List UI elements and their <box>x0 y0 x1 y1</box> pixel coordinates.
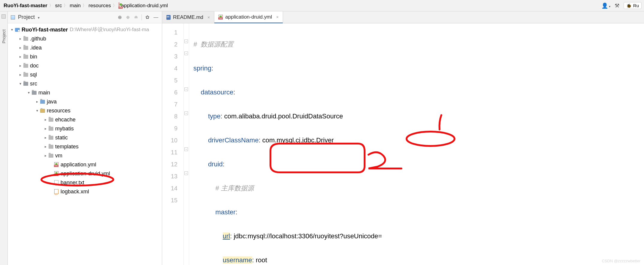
tree-node-sql[interactable]: ▸sql <box>8 70 162 79</box>
breadcrumb-root[interactable]: RuoYi-fast-master <box>4 3 47 9</box>
tree-node-main[interactable]: ▾main <box>8 88 162 97</box>
tree-node-resources[interactable]: ▾resources <box>8 106 162 115</box>
xml-file-icon <box>54 189 58 194</box>
breadcrumb-main[interactable]: main <box>70 3 81 9</box>
yml-icon <box>54 171 58 176</box>
yml-icon <box>219 15 223 19</box>
folder-icon <box>49 145 53 149</box>
tree-node-application-yml[interactable]: application.yml <box>8 160 162 169</box>
project-header: Project ⊕ ≑ ≐ ✿ — <box>8 11 162 23</box>
code-editor[interactable]: 123 456 789 101112 131415 − − − − − − # … <box>162 23 644 265</box>
fold-marker-icon[interactable]: − <box>184 40 188 43</box>
tree-node-src[interactable]: ▾src <box>8 79 162 88</box>
run-config-selector[interactable]: Ru <box>624 2 642 9</box>
close-icon[interactable]: × <box>276 15 279 19</box>
tree-node-mybatis[interactable]: ▸mybatis <box>8 124 162 133</box>
project-icon <box>15 28 20 32</box>
tab-readme[interactable]: README.md × <box>162 11 214 23</box>
fold-marker-icon[interactable]: − <box>184 88 188 91</box>
tree-node-templates[interactable]: ▸templates <box>8 142 162 151</box>
build-icon[interactable]: ⚒ <box>615 2 619 9</box>
gear-icon[interactable]: ✿ <box>145 14 150 21</box>
chevron-down-icon[interactable]: ▾ <box>18 79 23 88</box>
folder-icon <box>23 55 28 59</box>
fold-gutter: − − − − − − <box>184 23 189 265</box>
folder-icon <box>23 37 28 41</box>
breadcrumb: RuoYi-fast-master 〉 src 〉 main 〉 resourc… <box>0 3 601 9</box>
tree-node-ehcache[interactable]: ▸ehcache <box>8 115 162 124</box>
project-view-selector[interactable]: Project <box>18 14 40 20</box>
project-view-icon <box>11 15 15 19</box>
folder-icon <box>23 82 28 86</box>
tab-application-druid[interactable]: application-druid.yml × <box>214 11 283 23</box>
project-tool-window: Project ⊕ ≑ ≐ ✿ — ▾ RuoYi-fast-master D:… <box>8 11 162 265</box>
breadcrumb-src[interactable]: src <box>55 3 62 9</box>
tree-node-logback-xml[interactable]: logback.xml <box>8 187 162 196</box>
editor-tabs: README.md × application-druid.yml × <box>162 11 644 23</box>
fold-marker-icon[interactable]: − <box>184 52 188 55</box>
breadcrumb-resources[interactable]: resources <box>88 3 111 9</box>
fold-marker-icon[interactable]: − <box>184 147 188 151</box>
tree-node-idea[interactable]: ▸.idea <box>8 43 162 52</box>
folder-icon <box>49 136 53 140</box>
folder-icon <box>49 154 53 158</box>
tree-node-application-druid-yml[interactable]: application-druid.yml <box>8 169 162 178</box>
watermark: CSDN @zzzzzwbetter <box>602 259 640 263</box>
tree-node-github[interactable]: ▸.github <box>8 34 162 43</box>
expand-all-icon[interactable]: ≑ <box>125 14 130 21</box>
chevron-down-icon[interactable]: ▾ <box>10 25 14 34</box>
folder-icon <box>23 73 28 77</box>
gutter: 123 456 789 101112 131415 <box>162 23 184 265</box>
yml-icon <box>54 162 58 167</box>
yml-icon <box>119 2 119 9</box>
breadcrumb-file[interactable]: application-druid.yml <box>119 3 168 9</box>
tree-node-banner-txt[interactable]: banner.txt <box>8 178 162 187</box>
folder-icon <box>23 64 28 68</box>
fold-marker-icon[interactable]: − <box>184 112 188 115</box>
navbar-right: 👤 ⚒ Ru <box>601 2 644 9</box>
tree-node-root[interactable]: ▾ RuoYi-fast-master D:\Where\毕设\ruoyi\Ru… <box>8 25 162 34</box>
folder-icon <box>23 46 28 50</box>
tree-node-doc[interactable]: ▸doc <box>8 61 162 70</box>
folder-icon <box>49 127 53 131</box>
project-stripe-label[interactable]: Project <box>1 29 6 43</box>
text-file-icon <box>54 180 58 185</box>
fold-marker-icon[interactable]: − <box>184 171 188 175</box>
user-icon[interactable]: 👤 <box>601 2 610 9</box>
folder-icon <box>49 118 53 122</box>
project-tree[interactable]: ▾ RuoYi-fast-master D:\Where\毕设\ruoyi\Ru… <box>8 23 162 265</box>
tree-node-java[interactable]: ▸java <box>8 97 162 106</box>
bug-icon <box>626 3 631 8</box>
hide-icon[interactable]: — <box>153 14 159 21</box>
breadcrumb-sep: 〉 <box>49 3 54 8</box>
markdown-icon <box>166 15 171 20</box>
editor-area: README.md × application-druid.yml × 123 … <box>162 11 644 265</box>
tree-node-static[interactable]: ▸static <box>8 133 162 142</box>
chevron-right-icon[interactable]: ▸ <box>18 34 23 43</box>
collapse-all-icon[interactable]: ≐ <box>133 14 139 21</box>
close-icon[interactable]: × <box>207 15 210 20</box>
tree-node-vm[interactable]: ▸vm <box>8 151 162 160</box>
resources-folder-icon <box>40 109 45 113</box>
navigation-bar: RuoYi-fast-master 〉 src 〉 main 〉 resourc… <box>0 0 644 11</box>
source-folder-icon <box>40 100 45 104</box>
code-content[interactable]: # 数据源配置 spring: datasource: type: com.al… <box>189 23 644 265</box>
project-stripe-icon[interactable] <box>1 14 6 19</box>
left-stripe: Project <box>0 11 8 265</box>
select-opened-file-icon[interactable]: ⊕ <box>117 14 122 21</box>
folder-icon <box>32 91 37 95</box>
tree-node-bin[interactable]: ▸bin <box>8 52 162 61</box>
